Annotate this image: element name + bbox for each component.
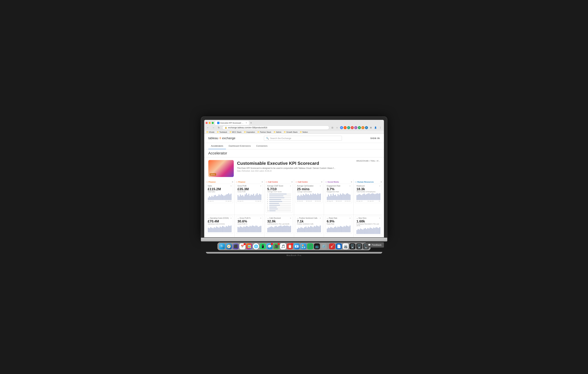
kpi-card-menu-grossprofit[interactable]: ≡: [260, 185, 261, 187]
kpi-card-menu-sentimentcalls[interactable]: ≡: [320, 217, 321, 219]
section-menu-social[interactable]: ≡: [351, 181, 352, 183]
section-title-finance1: — Finance: [206, 181, 216, 183]
kpi-card-title-sentimentcalls: — Positive Sentiment Calls: [297, 217, 317, 219]
dock-appstore[interactable]: 🏪: [300, 243, 306, 249]
kpi-card-menu-opcosts[interactable]: ≡: [231, 217, 231, 219]
macbook-bottom: [206, 252, 382, 254]
new-tab-button[interactable]: +: [249, 121, 253, 125]
dock-facetime[interactable]: 🎥 6: [273, 243, 279, 249]
bookmark-gsuite[interactable]: 📁 GSuite: [206, 131, 215, 133]
dock-todoist[interactable]: 📋 6: [287, 243, 293, 249]
ext-icon-4[interactable]: ●: [351, 126, 354, 129]
bookmark-notion[interactable]: 📁 Notion: [300, 131, 308, 133]
bookmark-folder-icon: 📁: [206, 131, 208, 133]
search-placeholder: Search the Exchange: [270, 137, 291, 139]
cast-btn[interactable]: ⊡: [331, 126, 334, 129]
bookmark-growthstack[interactable]: 📁 Growth Stack: [284, 131, 297, 133]
dock-whatsapp[interactable]: 📱: [260, 243, 266, 249]
ext-icon-7[interactable]: ●: [361, 126, 364, 129]
chart-labels-sales: 01 Jan 2101 Jan 22: [208, 200, 232, 202]
section-menu-callcentre2[interactable]: ≡: [321, 181, 322, 183]
dock-spotify[interactable]: 🎵: [307, 243, 313, 249]
bookmark-mccstack[interactable]: 📁 MCC Stack: [230, 131, 242, 133]
bookmark-admin[interactable]: 📁 Admin: [273, 131, 281, 133]
close-traffic-light[interactable]: [206, 122, 208, 124]
section-menu-finance1[interactable]: ≡: [232, 181, 233, 183]
browser-tab-active[interactable]: Executive KPI Scorecard | Tabl... ✕: [215, 121, 249, 125]
kpi-subtitle-replyrate: Reply Rate: [327, 223, 351, 225]
kpi-card-newhires: — New Hires ≡ 1.68k Employees Recruited …: [355, 216, 382, 235]
kpi-card-menu-newhires[interactable]: ≡: [379, 217, 380, 219]
search-box[interactable]: 🔍 Search the Exchange: [264, 136, 342, 141]
kpi-card-sales: Sales ≡ £115.2M Total Sales 01 Jan 2101 …: [206, 184, 233, 203]
tab-dashboard-extensions[interactable]: Dashboard Extensions: [226, 143, 253, 149]
tab-close-btn[interactable]: ✕: [246, 122, 247, 124]
tab-connectors[interactable]: Connectors: [253, 143, 270, 149]
tab-accelerators[interactable]: Accelerators: [208, 143, 226, 149]
dock-slack[interactable]: 🎵: [280, 243, 286, 249]
sign-in-button[interactable]: SIGN IN: [370, 137, 380, 139]
dock-appletv[interactable]: 📺: [314, 243, 320, 249]
address-bar[interactable]: 🔒 exchange.tableau.com/en-GB/products/81…: [222, 126, 329, 130]
kpi-card-title-newhires: — New Hires: [357, 217, 367, 219]
address-bar-row: ← → ↻ 🔒 exchange.tableau.com/en-GB/produ…: [204, 125, 384, 130]
bookmark-label: Admin: [276, 131, 281, 133]
chart-engagement: [327, 193, 351, 200]
kpi-card-menu-sales[interactable]: ≡: [231, 185, 231, 187]
section-title-callcentre1: — Call Centre: [266, 181, 278, 183]
kpi-card-csat: Average CSAT Score ≡ 5.7/10 Average CSAT…: [266, 184, 293, 213]
dock-wrapper: 🔍 🧭 ⬛ 📅 6 🖼️ 🌐 📱 💬 1 🎥 6 🎵 📋 6: [201, 241, 387, 252]
dock-safari[interactable]: 🧭: [226, 243, 232, 249]
dock-terminal2[interactable]: 🖥️: [356, 243, 362, 249]
kpi-section-opcosts: — Operating Costs (COGS) ≡ £70.4M Operat…: [205, 215, 235, 237]
fullscreen-traffic-light[interactable]: [212, 122, 214, 124]
bookmark-btn[interactable]: ☆: [335, 126, 339, 129]
kpi-card-menu-grossprofitpct[interactable]: ≡: [260, 217, 261, 219]
back-button[interactable]: ←: [206, 126, 210, 130]
ext-icon-8[interactable]: ●: [365, 126, 368, 129]
menu-btn[interactable]: ⋮: [378, 126, 382, 129]
extensions-btn[interactable]: ⊞: [369, 126, 373, 129]
dock-photos[interactable]: 🖼️: [246, 243, 252, 249]
browser-chrome: Executive KPI Scorecard | Tabl... ✕ + ← …: [204, 120, 384, 134]
kpi-card-menu-replyrate[interactable]: ≡: [349, 217, 350, 219]
kpi-card-menu-callsreceived[interactable]: ≡: [290, 217, 291, 219]
bookmark-partnerstack[interactable]: 📁 Partner Stack: [257, 131, 271, 133]
dock-chrome[interactable]: 🌐: [253, 243, 259, 249]
browser: Executive KPI Scorecard | Tabl... ✕ + ← …: [204, 120, 384, 237]
section-menu-finance2[interactable]: ≡: [262, 181, 263, 183]
bookmark-folder-icon: 📁: [230, 131, 231, 133]
minimize-traffic-light[interactable]: [209, 122, 211, 124]
ext-icon-3[interactable]: ✓: [347, 126, 350, 129]
forward-button[interactable]: →: [211, 126, 215, 130]
dock-word[interactable]: 📄: [336, 243, 342, 249]
dock-mail[interactable]: 📧: [294, 243, 300, 249]
kpi-card-menu-callduration[interactable]: ≡: [320, 185, 321, 187]
kpi-card-menu-csat[interactable]: ≡: [290, 185, 291, 187]
kpi-card-menu-engagement[interactable]: ≡: [349, 185, 350, 187]
bookmark-toolstack[interactable]: 📁 Toolstack: [217, 131, 227, 133]
exchange-text: exchange: [222, 137, 235, 140]
section-menu-hr[interactable]: ≡: [380, 181, 382, 183]
bookmark-inspiration[interactable]: 📁 Inspiration: [244, 131, 255, 133]
dock-messages[interactable]: 💬 1: [266, 243, 273, 249]
ext-icon-2[interactable]: ●: [344, 126, 347, 129]
dock-antidote[interactable]: 🎸: [329, 243, 335, 249]
dock-preview[interactable]: 🖨️: [343, 243, 349, 249]
dock-systemprefs[interactable]: ⚙️: [321, 243, 327, 249]
kpi-card-title-grossprofitpct: — Gross Profit %: [238, 217, 251, 219]
dock-terminal1[interactable]: 🖥️: [349, 243, 356, 249]
profile-btn[interactable]: 👤: [374, 126, 378, 129]
ext-icon-6[interactable]: ●: [358, 126, 361, 129]
ext-icon-1[interactable]: G: [340, 126, 343, 129]
kpi-card-menu-headcount[interactable]: ≡: [379, 185, 380, 187]
dock-launchpad[interactable]: ⬛: [232, 243, 239, 249]
dock-finder[interactable]: 🔍: [219, 243, 225, 249]
chart-labels-grossprofit: 01 Jan 2101 Jan 22: [238, 200, 261, 202]
kpi-card-callsreceived: — Calls Received ≡ 32.9k Call Received I…: [266, 216, 293, 234]
dock-calendar[interactable]: 📅 6: [239, 243, 245, 249]
bookmark-label: Partner Stack: [260, 131, 271, 133]
ext-icon-5[interactable]: U: [354, 126, 357, 129]
section-menu-callcentre1[interactable]: ≡: [291, 181, 293, 183]
reload-button[interactable]: ↻: [217, 126, 221, 130]
